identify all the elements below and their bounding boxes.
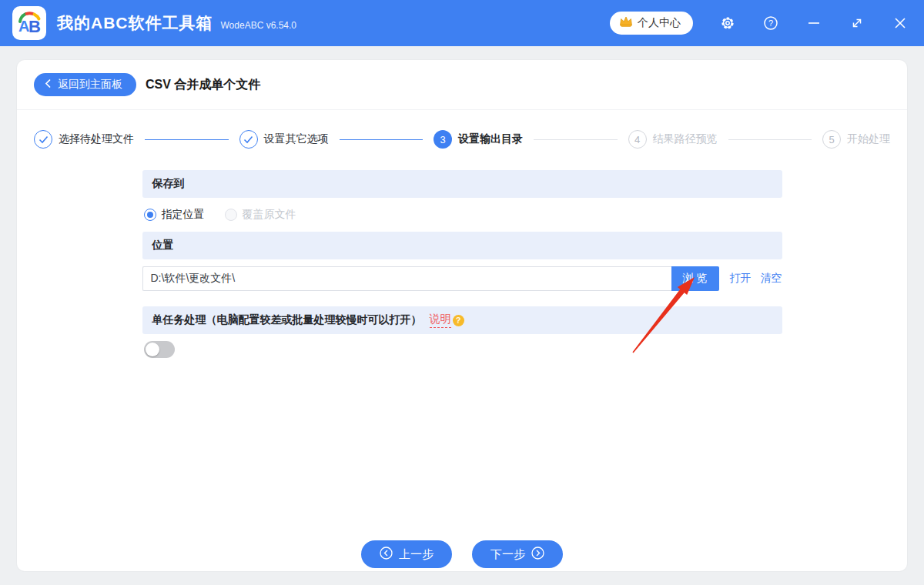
single-task-section-header: 单任务处理（电脑配置较差或批量处理较慢时可以打开） 说明 ? <box>142 306 782 334</box>
settings-gear-icon[interactable] <box>719 15 736 32</box>
question-badge-icon[interactable]: ? <box>453 315 464 326</box>
step4-number-badge: 4 <box>628 130 647 149</box>
browse-button[interactable]: 浏览 <box>671 266 719 291</box>
step-select-files: 选择待处理文件 <box>34 130 134 149</box>
svg-text:B: B <box>28 17 41 36</box>
save-to-options: 指定位置 覆盖原文件 <box>142 198 782 232</box>
app-title: 我的ABC软件工具箱 <box>57 12 213 34</box>
maximize-button[interactable] <box>849 15 865 32</box>
panel-header: 返回到主面板 CSV 合并成单个文件 <box>17 60 907 110</box>
step3-number-badge: 3 <box>434 130 452 149</box>
output-settings-form: 保存到 指定位置 覆盖原文件 位置 浏览 打开 清空 单任务处理（电脑配置较差或… <box>142 170 782 358</box>
output-path-input[interactable] <box>142 266 671 291</box>
step-start-processing: 5 开始处理 <box>822 130 890 149</box>
single-task-toggle-row <box>142 334 782 358</box>
previous-step-button[interactable]: 上一步 <box>361 540 452 568</box>
user-center-button[interactable]: 个人中心 <box>610 12 693 35</box>
step-result-preview: 4 结果路径预览 <box>628 130 718 149</box>
wizard-stepper: 选择待处理文件 设置其它选项 3 设置输出目录 4 结果路径预览 5 开始处理 <box>17 110 907 169</box>
user-center-label: 个人中心 <box>638 16 681 30</box>
step1-check-icon <box>34 130 52 149</box>
location-path-row: 浏览 打开 清空 <box>142 261 782 296</box>
app-logo-icon: A B <box>12 6 46 40</box>
radio-disabled-icon <box>225 209 237 221</box>
app-version: WodeABC v6.54.0 <box>221 20 297 31</box>
step5-number-badge: 5 <box>822 130 841 149</box>
next-step-button[interactable]: 下一步 <box>472 540 563 568</box>
titlebar: A B 我的ABC软件工具箱 WodeABC v6.54.0 个人中心 <box>0 0 924 46</box>
step-output-directory: 3 设置输出目录 <box>434 130 523 149</box>
back-label: 返回到主面板 <box>58 78 122 92</box>
crown-icon <box>619 15 633 31</box>
back-chevron-icon <box>45 79 52 91</box>
single-task-toggle[interactable] <box>144 341 175 358</box>
close-button[interactable] <box>892 15 909 32</box>
save-to-section-header: 保存到 <box>142 170 782 198</box>
back-to-dashboard-button[interactable]: 返回到主面板 <box>34 73 136 96</box>
step-other-options: 设置其它选项 <box>239 130 329 149</box>
single-task-header-label: 单任务处理（电脑配置较差或批量处理较慢时可以打开） <box>152 313 422 327</box>
step-connector <box>728 139 812 140</box>
minimize-button[interactable] <box>805 15 822 32</box>
step2-label: 设置其它选项 <box>264 132 329 146</box>
page-title: CSV 合并成单个文件 <box>146 77 260 93</box>
step-connector <box>534 139 618 140</box>
step-connector <box>340 139 424 140</box>
step1-label: 选择待处理文件 <box>59 132 134 146</box>
radio-overwrite-original-label: 覆盖原文件 <box>243 208 296 222</box>
radio-overwrite-original[interactable]: 覆盖原文件 <box>225 208 296 222</box>
next-step-label: 下一步 <box>490 547 525 562</box>
circled-chevron-left-icon <box>380 547 393 562</box>
open-folder-link[interactable]: 打开 <box>730 272 752 286</box>
circled-chevron-right-icon <box>531 547 544 562</box>
svg-text:?: ? <box>768 18 773 28</box>
step5-label: 开始处理 <box>847 132 890 146</box>
location-section-header: 位置 <box>142 232 782 259</box>
clear-path-link[interactable]: 清空 <box>761 272 782 286</box>
main-panel: 返回到主面板 CSV 合并成单个文件 选择待处理文件 设置其它选项 3 设置输出… <box>17 60 907 571</box>
radio-selected-icon <box>144 209 156 221</box>
step2-check-icon <box>239 130 258 149</box>
radio-specified-location-label: 指定位置 <box>162 208 205 222</box>
step-connector <box>145 139 229 140</box>
explanation-link[interactable]: 说明 <box>430 313 451 328</box>
previous-step-label: 上一步 <box>399 547 434 562</box>
step3-label: 设置输出目录 <box>458 132 523 146</box>
step4-label: 结果路径预览 <box>653 132 718 146</box>
toggle-knob <box>146 343 159 356</box>
help-icon[interactable]: ? <box>762 15 779 32</box>
radio-specified-location[interactable]: 指定位置 <box>144 208 205 222</box>
wizard-nav: 上一步 下一步 <box>17 540 907 568</box>
